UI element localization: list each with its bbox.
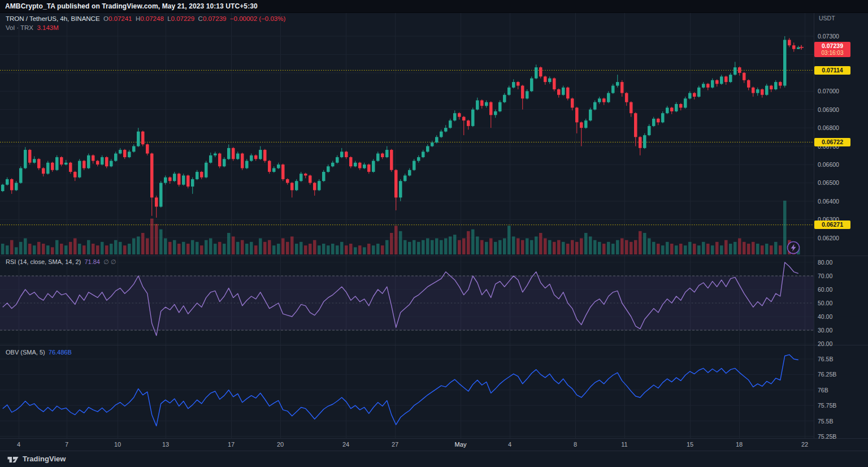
rsi-legend[interactable]: RSI (14, close, SMA, 14, 2) 71.84 ∅ ∅ xyxy=(6,258,116,266)
price-tick: 0.06400 xyxy=(818,198,839,205)
rsi-value: 71.84 xyxy=(84,258,100,265)
rsi-tick: 40.00 xyxy=(818,313,832,320)
tradingview-logo-icon[interactable] xyxy=(7,455,20,464)
rsi-label[interactable]: RSI (14, close, SMA, 14, 2) xyxy=(6,258,81,265)
time-tick: 18 xyxy=(736,441,743,448)
pane-separator[interactable] xyxy=(0,345,868,345)
alert-level-badge: 0.06722 xyxy=(814,138,850,146)
obv-tick: 76.5B xyxy=(818,356,833,362)
tradingview-snapshot: AMBCrypto_TA published on TradingView.co… xyxy=(0,0,868,467)
open-value: 0.07241 xyxy=(108,15,132,22)
symbol-legend[interactable]: TRON / TetherUS, 4h, BINANCE O0.07241 H0… xyxy=(6,15,285,22)
alert-level-badge: 0.06271 xyxy=(814,220,850,229)
rsi-tick: 70.00 xyxy=(818,273,832,279)
obv-tick: 75.75B xyxy=(818,402,836,409)
boost-icon[interactable] xyxy=(788,242,800,254)
price-tick: 0.07300 xyxy=(818,33,839,40)
last-price-value: 0.07239 xyxy=(814,42,850,50)
price-axis[interactable]: USDT 0.073000.072000.070000.069000.06800… xyxy=(814,0,868,451)
time-tick: 17 xyxy=(228,441,235,448)
volume-label: Vol · TRX xyxy=(6,24,33,31)
obv-value: 76.486B xyxy=(49,349,72,356)
obv-tick: 75.25B xyxy=(818,433,836,440)
candles-layer xyxy=(1,36,800,218)
time-tick: 4 xyxy=(17,441,20,448)
obv-tick: 76.25B xyxy=(818,371,836,378)
volume-legend: Vol · TRX 3.143M xyxy=(6,24,59,31)
rsi-tick: 20.00 xyxy=(818,340,832,347)
publisher-bar: AMBCrypto_TA published on TradingView.co… xyxy=(0,0,868,13)
time-tick: 22 xyxy=(801,441,808,448)
obv-label[interactable]: OBV (SMA, 5) xyxy=(6,349,45,356)
volume-value: 3.143M xyxy=(37,24,58,31)
alert-level-badge: 0.07114 xyxy=(814,66,850,75)
axis-currency: USDT xyxy=(819,15,835,21)
time-tick: 4 xyxy=(508,441,511,448)
time-tick: 10 xyxy=(114,441,121,448)
symbol-title[interactable]: TRON / TetherUS, 4h, BINANCE xyxy=(6,15,100,22)
rsi-tick: 50.00 xyxy=(818,300,832,306)
obv-tick: 75.5B xyxy=(818,418,833,425)
close-label: C xyxy=(198,15,203,22)
open-label: O xyxy=(103,15,108,22)
rsi-tick: 30.00 xyxy=(818,327,832,334)
price-tick: 0.07000 xyxy=(818,88,839,94)
close-value: 0.07239 xyxy=(203,15,227,22)
obv-legend[interactable]: OBV (SMA, 5) 76.486B xyxy=(6,349,72,356)
price-tick: 0.06200 xyxy=(818,235,839,241)
high-value: 0.07248 xyxy=(140,15,164,22)
rsi-hidden-ma: ∅ ∅ xyxy=(103,258,116,265)
time-tick: 20 xyxy=(277,441,284,448)
high-label: H xyxy=(136,15,140,22)
price-tick: 0.06900 xyxy=(818,106,839,113)
rsi-tick: 80.00 xyxy=(818,259,832,266)
time-tick: 24 xyxy=(342,441,349,448)
time-tick: 7 xyxy=(65,441,68,448)
volume-bars-layer xyxy=(1,201,800,254)
change-value: −0.00002 (−0.03%) xyxy=(230,15,285,22)
time-tick: 15 xyxy=(687,441,693,448)
time-tick: 13 xyxy=(162,441,169,448)
price-tick: 0.06600 xyxy=(818,161,839,168)
time-tick: May xyxy=(455,441,467,448)
bar-countdown: 03:16:03 xyxy=(814,50,850,57)
obv-tick: 76B xyxy=(818,387,828,394)
grid-layer xyxy=(0,12,814,438)
footer-bar: TradingView xyxy=(0,451,868,467)
chart-canvas[interactable] xyxy=(0,0,814,438)
time-tick: 8 xyxy=(574,441,577,448)
pane-separator[interactable] xyxy=(0,256,868,256)
publisher-note: AMBCrypto_TA published on TradingView.co… xyxy=(5,2,258,10)
low-value: 0.07229 xyxy=(171,15,195,22)
time-axis[interactable]: 47101317202427May4811151822 xyxy=(0,438,814,451)
last-price-badge: 0.0723903:16:03 xyxy=(814,42,850,57)
price-tick: 0.06800 xyxy=(818,124,839,131)
price-tick: 0.06500 xyxy=(818,179,839,186)
tradingview-wordmark[interactable]: TradingView xyxy=(23,455,66,463)
time-tick: 11 xyxy=(621,441,627,448)
rsi-tick: 60.00 xyxy=(818,286,832,293)
time-tick: 27 xyxy=(392,441,398,448)
obv-line xyxy=(3,354,798,426)
